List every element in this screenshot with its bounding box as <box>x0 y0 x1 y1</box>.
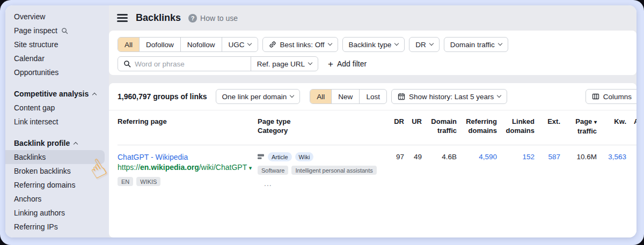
app-frame: Overview Page inspect Site structure Cal… <box>0 0 644 245</box>
how-to-use-link[interactable]: ? How to use <box>188 14 238 23</box>
tab-new-links[interactable]: New <box>331 90 359 103</box>
domain-traffic-filter-button[interactable]: Domain traffic <box>444 37 508 52</box>
sidebar-item-site-structure[interactable]: Site structure <box>5 38 109 51</box>
tab-nofollow[interactable]: Nofollow <box>180 38 222 51</box>
ext-link[interactable]: 587 <box>535 152 560 188</box>
columns-button[interactable]: Columns <box>586 89 636 104</box>
columns-icon <box>592 93 599 100</box>
dr-value: 97 <box>384 152 404 188</box>
page-traffic-value: 10.6M <box>560 152 597 188</box>
sidebar-section-backlink-profile[interactable]: Backlink profile <box>5 136 109 150</box>
sidebar-item-opportunities[interactable]: Opportunities <box>5 65 109 79</box>
sidebar-item-label: Linking authors <box>14 209 65 217</box>
article-icon <box>258 154 265 160</box>
tab-all-links[interactable]: All <box>310 90 331 103</box>
search-group: Ref. page URL <box>118 56 318 71</box>
sidebar-item-content-gap[interactable]: Content gap <box>5 101 109 115</box>
referring-domains-link[interactable]: 4,590 <box>457 152 497 188</box>
col-header-referring-domains[interactable]: Referring domains <box>457 117 497 136</box>
link-mode-dropdown[interactable]: One link per domain <box>216 89 301 104</box>
sidebar-item-label: Referring domains <box>14 181 75 189</box>
calendar-icon <box>398 93 405 100</box>
backlink-type-label: Backlink type <box>349 41 392 49</box>
table-header-row: Referring page Page type Category DR UR … <box>118 110 636 145</box>
tab-ugc-dropdown[interactable]: UGC <box>222 38 258 51</box>
main-header: Backlinks ? How to use <box>109 5 636 31</box>
sidebar-item-calendar[interactable]: Calendar <box>5 51 109 65</box>
search-input[interactable] <box>135 60 245 68</box>
linked-domains-link[interactable]: 152 <box>497 152 535 188</box>
col-header-truncated[interactable]: A <box>626 117 636 136</box>
tab-lost-links[interactable]: Lost <box>359 90 386 103</box>
ref-page-url-label: Ref. page URL <box>257 60 305 68</box>
add-filter-button[interactable]: + Add filter <box>328 56 367 71</box>
col-header-dr[interactable]: DR <box>384 117 404 136</box>
sidebar-section-competitive-analysis[interactable]: Competitive analysis <box>5 87 109 101</box>
chevron-down-icon <box>308 61 312 65</box>
col-header-ur[interactable]: UR <box>404 117 422 136</box>
how-to-use-label: How to use <box>200 14 238 23</box>
kw-link[interactable]: 3,563 <box>597 152 626 188</box>
sidebar-item-label: Content gap <box>14 103 55 112</box>
show-history-dropdown[interactable]: Show history: Last 5 years <box>391 89 507 104</box>
referring-page-url[interactable]: https://en.wikipedia.org/wiki/ChatGPT ▾ <box>118 162 255 173</box>
col-header-page-traffic[interactable]: Page ▾ traffic <box>560 117 597 136</box>
search-icon <box>123 60 131 68</box>
chevron-up-icon <box>92 92 97 96</box>
add-filter-label: Add filter <box>337 60 367 68</box>
page-type-tag: Article <box>268 152 292 161</box>
plus-icon: + <box>328 60 333 69</box>
sidebar-item-label: Referring IPs <box>14 222 58 231</box>
table-row: ChatGPT - Wikipedia https://en.wikipedia… <box>118 145 636 188</box>
search-box <box>118 57 251 71</box>
sidebar-item-referring-domains[interactable]: Referring domains <box>5 178 109 192</box>
sidebar-item-anchors[interactable]: Anchors <box>5 192 109 206</box>
chevron-down-icon <box>429 41 433 46</box>
tab-label: All <box>317 93 325 101</box>
dr-label: DR <box>415 41 426 49</box>
chevron-down-icon <box>290 93 294 98</box>
sidebar-section-label: Backlink profile <box>14 139 70 147</box>
col-header-ext[interactable]: Ext. <box>535 117 560 136</box>
sidebar-item-referring-ips[interactable]: Referring IPs <box>5 220 109 234</box>
category-tag: Intelligent personal assistants <box>291 166 376 175</box>
tab-label: UGC <box>229 41 245 49</box>
url-dropdown-icon[interactable]: ▾ <box>249 165 252 171</box>
chevron-down-icon <box>394 41 399 46</box>
referring-page-link[interactable]: ChatGPT - Wikipedia <box>118 152 258 162</box>
main-content: Backlinks ? How to use All Dofollow <box>109 5 636 237</box>
sidebar-item-label: Backlinks <box>14 153 46 161</box>
sidebar-item-label: Page inspect <box>14 26 57 35</box>
page-type-tag: Wiki <box>295 152 314 161</box>
sidebar-item-label: Anchors <box>14 195 41 203</box>
tab-dofollow[interactable]: Dofollow <box>139 38 180 51</box>
best-links-button[interactable]: Best links: Off <box>262 37 338 52</box>
sidebar-item-label: Broken backlinks <box>14 167 71 175</box>
results-count: 1,960,797 groups of links <box>118 92 207 101</box>
sidebar-item-linking-authors[interactable]: Linking authors <box>5 206 109 220</box>
backlink-type-button[interactable]: Backlink type <box>342 37 405 52</box>
tab-all[interactable]: All <box>118 38 139 51</box>
sidebar-item-label: Calendar <box>14 54 45 63</box>
filters-panel: All Dofollow Nofollow UGC <box>109 31 636 75</box>
help-icon: ? <box>188 14 197 23</box>
tab-label: Lost <box>366 93 380 101</box>
truncated-cell <box>626 152 636 188</box>
tab-label: Dofollow <box>146 41 174 49</box>
dr-filter-button[interactable]: DR <box>409 37 440 52</box>
col-header-domain-traffic[interactable]: Domain traffic <box>422 117 457 136</box>
ur-value: 49 <box>404 152 422 188</box>
lang-tag: WIKIS <box>136 177 160 186</box>
app-card: Overview Page inspect Site structure Cal… <box>5 5 636 237</box>
tab-label: New <box>338 93 353 101</box>
sidebar-item-link-intersect[interactable]: Link intersect <box>5 115 109 129</box>
menu-icon[interactable] <box>117 14 128 22</box>
sidebar-item-label: Link intersect <box>14 117 58 126</box>
category-tag: Software <box>258 166 288 175</box>
more-tags-button[interactable]: ... <box>264 179 384 188</box>
col-header-linked-domains[interactable]: Linked domains <box>497 117 535 136</box>
sidebar-item-overview[interactable]: Overview <box>5 10 109 24</box>
ref-page-url-dropdown[interactable]: Ref. page URL <box>251 57 318 71</box>
col-header-kw[interactable]: Kw. <box>597 117 626 136</box>
sidebar-item-page-inspect[interactable]: Page inspect <box>5 24 109 38</box>
